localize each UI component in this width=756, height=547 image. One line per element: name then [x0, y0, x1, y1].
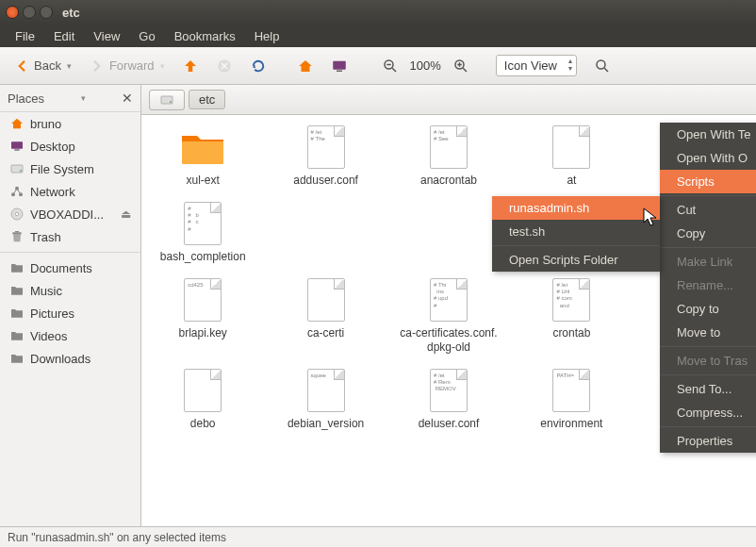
file-item[interactable]: cd425brlapi.key [141, 272, 264, 362]
sidebar-bookmark-music[interactable]: Music [0, 279, 140, 302]
svg-rect-2 [337, 70, 342, 72]
network-icon [9, 184, 25, 199]
context-menu-label: runasadmin.sh [509, 201, 589, 215]
svg-rect-12 [11, 141, 23, 148]
sidebar-item-vboxaddi[interactable]: VBOXADDI...⏏ [0, 203, 140, 225]
sidebar-dropdown-icon[interactable]: ▾ [81, 93, 86, 103]
view-mode-select[interactable]: Icon View ▴▾ [496, 55, 577, 76]
file-item[interactable]: at [510, 119, 633, 195]
path-root[interactable] [149, 90, 185, 110]
reload-button[interactable] [244, 54, 272, 78]
context-menu-item: Make Link [660, 250, 756, 274]
file-label: environment [540, 417, 602, 431]
sidebar-item-network[interactable]: Network [0, 180, 140, 203]
file-label: bash_completion [160, 250, 246, 264]
context-menu-item[interactable]: Copy [660, 222, 756, 245]
cd-icon [9, 207, 25, 222]
document-icon: squee [307, 369, 345, 412]
context-menu-item[interactable]: runasadmin.sh [492, 196, 660, 220]
context-menu-label: Move to [677, 325, 720, 340]
sidebar-separator [0, 252, 140, 253]
reload-icon [250, 58, 267, 75]
document-icon: PATH= [552, 369, 590, 412]
context-menu-item[interactable]: Send To... [660, 377, 756, 401]
file-label: deluser.conf [419, 417, 480, 431]
context-menu-label: Copy [677, 226, 705, 240]
back-dropdown-icon[interactable]: ▾ [67, 61, 72, 71]
path-current[interactable]: etc [189, 90, 225, 109]
context-menu[interactable]: Open With TeOpen With OScripts▸CutCopyMa… [660, 123, 756, 453]
sidebar-item-label: VBOXADDI... [30, 207, 104, 222]
menubar: File Edit View Go Bookmarks Help [0, 25, 756, 47]
file-item[interactable]: squeedebian_version [264, 362, 386, 440]
sidebar-close-icon[interactable]: ✕ [122, 91, 133, 106]
context-menu-item[interactable]: Compress... [660, 401, 756, 424]
forward-button[interactable]: Forward ▾ [83, 54, 171, 78]
sidebar-item-trash[interactable]: Trash [0, 225, 140, 248]
file-item[interactable]: # Thi ins # upd #ca-certificates.conf.dp… [387, 272, 510, 362]
scripts-submenu[interactable]: runasadmin.shtest.shOpen Scripts Folder [492, 196, 660, 272]
context-menu-item[interactable]: Copy to▸ [660, 297, 756, 321]
back-button[interactable]: Back ▾ [8, 54, 77, 78]
search-button[interactable] [588, 54, 616, 78]
context-menu-item[interactable]: Open With Te [660, 123, 756, 146]
file-item[interactable]: # # b # c #bash_completion [141, 195, 264, 272]
maximize-button[interactable] [40, 6, 53, 19]
file-item[interactable]: # /et # Unl # com andcrontab [510, 272, 633, 362]
stop-button[interactable] [210, 54, 238, 78]
minimize-button[interactable] [23, 6, 36, 19]
menu-help[interactable]: Help [245, 29, 289, 43]
menu-go[interactable]: Go [129, 29, 164, 43]
sidebar-bookmark-pictures[interactable]: Pictures [0, 302, 140, 324]
file-item[interactable]: ca-certi [264, 272, 386, 362]
context-menu-item[interactable]: Open With O [660, 146, 756, 170]
context-menu-item[interactable]: Open Scripts Folder [492, 248, 660, 272]
context-menu-item[interactable]: test.sh [492, 220, 660, 243]
context-menu-label: Open With Te [677, 127, 751, 141]
svg-point-20 [15, 212, 18, 215]
file-item[interactable]: PATH=environment [510, 362, 633, 440]
zoom-in-icon [452, 58, 469, 75]
file-item[interactable]: debo [141, 362, 264, 440]
sidebar-item-filesystem[interactable]: File System [0, 157, 140, 180]
document-icon: # /et # Rem REMOV [430, 369, 468, 412]
svg-rect-22 [15, 231, 19, 232]
context-menu-item[interactable]: Scripts▸ [660, 170, 756, 193]
context-menu-label: Move to Tras [677, 354, 748, 368]
sidebar-bookmark-documents[interactable]: Documents [0, 257, 140, 279]
sidebar-item-bruno[interactable]: bruno [0, 112, 140, 135]
document-icon: # Thi ins # upd # [430, 278, 468, 322]
menu-edit[interactable]: Edit [44, 29, 84, 43]
zoom-in-button[interactable] [447, 54, 475, 78]
file-item[interactable]: # /et # Theadduser.conf [264, 119, 386, 195]
sidebar-item-desktop[interactable]: Desktop [0, 135, 140, 157]
close-button[interactable] [6, 6, 19, 19]
file-item[interactable]: xul-ext [141, 119, 264, 195]
sidebar-bookmark-videos[interactable]: Videos [0, 324, 140, 347]
up-button[interactable] [176, 54, 205, 78]
eject-icon[interactable]: ⏏ [121, 207, 131, 221]
document-icon: # /et # See [430, 125, 468, 169]
computer-button[interactable] [325, 54, 353, 78]
context-menu-item[interactable]: Cut [660, 198, 756, 222]
sidebar-bookmark-downloads[interactable]: Downloads [0, 347, 140, 370]
context-menu-item[interactable]: Properties [660, 429, 756, 453]
file-item[interactable]: # /et # Seeanacrontab [387, 119, 510, 195]
search-icon [594, 58, 611, 75]
context-menu-item[interactable]: Move to▸ [660, 321, 756, 344]
svg-line-4 [392, 68, 396, 72]
menu-bookmarks[interactable]: Bookmarks [165, 29, 245, 43]
menu-file[interactable]: File [6, 29, 44, 43]
context-menu-label: Copy to [677, 302, 719, 316]
svg-rect-13 [14, 149, 19, 150]
sidebar-item-label: bruno [30, 117, 61, 131]
folder-icon [9, 351, 25, 366]
menu-view[interactable]: View [84, 29, 129, 43]
forward-dropdown-icon[interactable]: ▾ [160, 61, 165, 71]
file-label: crontab [552, 326, 590, 340]
file-item[interactable]: # /et # Rem REMOVdeluser.conf [387, 362, 510, 440]
file-label: anacrontab [420, 174, 477, 188]
zoom-level[interactable]: 100% [410, 58, 441, 73]
zoom-out-button[interactable] [376, 54, 404, 78]
home-button[interactable] [291, 54, 320, 78]
